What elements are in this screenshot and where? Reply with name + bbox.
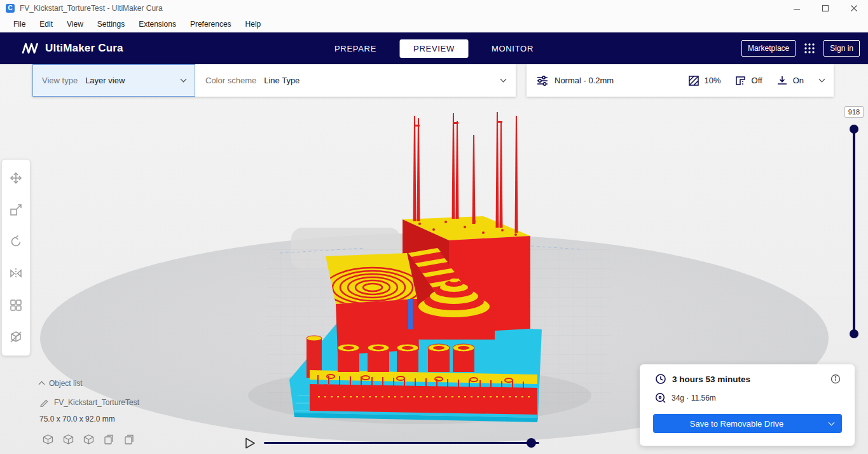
marketplace-button[interactable]: Marketplace: [741, 40, 796, 57]
chevron-down-icon: [828, 419, 834, 425]
print-settings-bar[interactable]: Normal - 0.2mm 10% Off: [527, 64, 834, 97]
material-spool-icon: [655, 392, 666, 403]
print-summary-card: 3 hours 53 minutes 34g · 11.56m Save to …: [640, 364, 855, 446]
title-bar: C FV_Kickstart_TortureTest - UltiMaker C…: [0, 0, 868, 16]
menu-settings[interactable]: Settings: [90, 16, 132, 32]
menu-bar: File Edit View Settings Extensions Prefe…: [0, 16, 868, 32]
object-dimensions-row: 75.0 x 70.0 x 92.0 mm: [39, 415, 115, 423]
color-scheme-value: Line Type: [264, 76, 300, 85]
rotate-tool-button[interactable]: [2, 226, 30, 258]
chevron-down-icon: [181, 76, 187, 83]
view-type-value: Layer view: [85, 76, 125, 85]
chevron-down-icon: [819, 76, 825, 83]
infill-setting: 10%: [687, 74, 721, 87]
move-tool-button[interactable]: [2, 162, 30, 194]
adhesion-icon: [776, 74, 789, 87]
adhesion-setting: On: [776, 74, 804, 87]
menu-extensions[interactable]: Extensions: [132, 16, 183, 32]
infill-icon: [687, 74, 700, 87]
menu-file[interactable]: File: [6, 16, 32, 32]
brand: UltiMaker Cura: [22, 42, 123, 55]
layer-progress-handle[interactable]: [527, 438, 536, 448]
model-cube-icon-5[interactable]: [123, 434, 135, 446]
rename-pencil-icon: [39, 397, 49, 407]
close-icon[interactable]: [839, 0, 868, 16]
scale-tool-button[interactable]: [2, 194, 30, 226]
menu-help[interactable]: Help: [238, 16, 268, 32]
profile-value: Normal - 0.2mm: [555, 76, 614, 85]
object-dimensions: 75.0 x 70.0 x 92.0 mm: [39, 415, 115, 423]
support-blocker-button[interactable]: [2, 321, 30, 353]
model-cube-icon-1[interactable]: [42, 434, 54, 446]
view-type-label: View type: [42, 76, 78, 85]
support-setting: Off: [734, 74, 762, 87]
clock-icon: [655, 373, 666, 385]
model-cube-icon-3[interactable]: [83, 434, 95, 446]
save-button-label: Save to Removable Drive: [653, 419, 820, 429]
info-icon[interactable]: [830, 374, 841, 387]
brand-name: UltiMaker Cura: [45, 42, 123, 55]
main-header: UltiMaker Cura PREPARE PREVIEW MONITOR M…: [0, 32, 868, 64]
chevron-down-icon: [500, 76, 507, 83]
tab-monitor[interactable]: MONITOR: [478, 39, 548, 58]
object-list-item[interactable]: FV_Kickstart_TortureTest: [39, 397, 139, 407]
layer-count-box: 918: [844, 106, 864, 118]
app-icon: C: [6, 4, 15, 13]
maximize-icon[interactable]: [811, 0, 839, 16]
model-cube-icon-4[interactable]: [103, 434, 115, 446]
object-list-toggle[interactable]: Object list: [39, 379, 83, 388]
tab-preview[interactable]: PREVIEW: [399, 39, 469, 58]
infill-value: 10%: [705, 76, 721, 85]
support-value: Off: [752, 76, 762, 85]
save-to-removable-drive-button[interactable]: Save to Removable Drive: [653, 414, 842, 433]
layer-slider-bottom-handle[interactable]: [850, 329, 858, 338]
menu-preferences[interactable]: Preferences: [183, 16, 238, 32]
per-model-settings-button[interactable]: [2, 289, 30, 321]
object-name: FV_Kickstart_TortureTest: [54, 398, 139, 407]
tab-prepare[interactable]: PREPARE: [320, 39, 390, 58]
object-list-label: Object list: [49, 379, 83, 388]
sign-in-button[interactable]: Sign in: [823, 40, 860, 57]
model-type-icons: [42, 434, 135, 446]
chevron-up-icon: [39, 382, 45, 388]
tune-sliders-icon: [536, 74, 549, 87]
menu-view[interactable]: View: [60, 16, 90, 32]
apps-grid-icon[interactable]: [804, 43, 815, 54]
cura-window: C FV_Kickstart_TortureTest - UltiMaker C…: [0, 0, 868, 454]
stage-tabs: PREPARE PREVIEW MONITOR: [320, 39, 548, 58]
layer-progress-slider[interactable]: [264, 442, 539, 444]
save-options-dropdown[interactable]: [820, 423, 842, 425]
view-toolbar: View type Layer view Color scheme Line T…: [32, 64, 516, 97]
minimize-icon[interactable]: [782, 0, 811, 16]
ultimaker-logo-icon: [22, 43, 39, 54]
color-scheme-label: Color scheme: [205, 76, 256, 85]
support-icon: [734, 74, 747, 87]
layer-slider-track[interactable]: [853, 129, 855, 334]
menu-edit[interactable]: Edit: [32, 16, 60, 32]
tool-panel: [1, 159, 31, 356]
adhesion-value: On: [793, 76, 804, 85]
model-cube-icon-2[interactable]: [62, 434, 74, 446]
window-title: FV_Kickstart_TortureTest - UltiMaker Cur…: [20, 4, 163, 13]
mirror-tool-button[interactable]: [2, 258, 30, 289]
color-scheme-dropdown[interactable]: Color scheme Line Type: [195, 64, 516, 97]
play-button[interactable]: [244, 437, 256, 450]
material-usage: 34g · 11.56m: [672, 394, 716, 402]
layer-slider-top-handle[interactable]: [850, 125, 858, 134]
print-time: 3 hours 53 minutes: [672, 375, 750, 384]
view-type-dropdown[interactable]: View type Layer view: [32, 64, 195, 97]
